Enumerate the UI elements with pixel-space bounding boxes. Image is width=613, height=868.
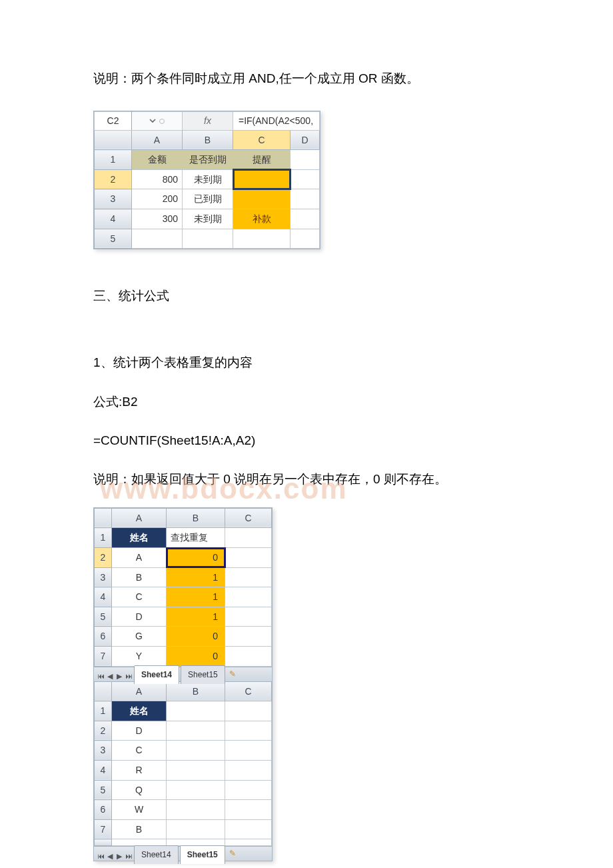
new-sheet-icon: ✎ xyxy=(229,667,236,682)
data-cell: 未到期 xyxy=(183,169,233,189)
row-number: 4 xyxy=(95,760,112,780)
row-number: 7 xyxy=(95,819,112,839)
excel-screenshot-if-and: C2 fx =IF(AND(A2<500, A B C D 1 金额 是否到期 … xyxy=(93,111,320,249)
section-3-1-note: 说明：如果返回值大于 0 说明在另一个表中存在，0 则不存在。 xyxy=(93,467,520,491)
nav-first-icon: ⏮ xyxy=(97,669,105,679)
row-7: 7 B xyxy=(95,819,272,839)
sheet-tabs-bottom: ⏮ ◀ ▶ ⏭ Sheet14 Sheet15 ✎ xyxy=(94,846,272,861)
nav-first-icon: ⏮ xyxy=(97,849,105,859)
data-cell xyxy=(225,741,272,761)
data-cell xyxy=(291,169,320,189)
col-header-b: B xyxy=(183,130,233,150)
data-cell xyxy=(225,646,272,666)
row-7: 7 Y 0 xyxy=(95,646,272,666)
row-number xyxy=(95,839,112,846)
row-2: 2 800 未到期 xyxy=(95,169,320,189)
row-number: 3 xyxy=(95,741,112,761)
row-number: 4 xyxy=(95,209,132,229)
data-cell xyxy=(225,701,272,721)
header-cell: 是否到期 xyxy=(183,150,233,170)
row-number: 1 xyxy=(95,528,112,548)
header-cell: 姓名 xyxy=(112,701,167,721)
data-cell xyxy=(167,741,225,761)
data-cell: 补款 xyxy=(233,209,291,229)
data-cell: 0 xyxy=(167,627,225,647)
name-box: C2 xyxy=(95,112,132,131)
data-cell xyxy=(132,229,183,249)
section-3-heading: 三、统计公式 xyxy=(93,284,520,308)
data-cell: 1 xyxy=(167,587,225,607)
data-cell: Q xyxy=(112,780,167,800)
header-cell: 姓名 xyxy=(112,528,167,548)
section-3-1-formula-label: 公式:B2 xyxy=(93,390,520,414)
row-5: 5 Q xyxy=(95,780,272,800)
data-cell: B xyxy=(112,819,167,839)
nav-last-icon: ⏭ xyxy=(125,669,133,679)
row-6: 6 G 0 xyxy=(95,627,272,647)
formula-bar: C2 fx =IF(AND(A2<500, xyxy=(95,112,320,131)
data-cell: 800 xyxy=(132,169,183,189)
tab-sheet14: Sheet14 xyxy=(134,845,179,864)
data-cell: B xyxy=(112,567,167,587)
data-cell xyxy=(225,548,272,568)
section-3-1-title: 1、统计两个表格重复的内容 xyxy=(93,351,520,375)
row-4: 4 R xyxy=(95,760,272,780)
row-number: 6 xyxy=(95,800,112,820)
sheet-tabs-top: ⏮ ◀ ▶ ⏭ Sheet14 Sheet15 ✎ xyxy=(94,667,272,681)
data-cell: 300 xyxy=(132,209,183,229)
tab-sheet15: Sheet15 xyxy=(180,845,225,864)
data-cell xyxy=(225,800,272,820)
nav-next-icon: ▶ xyxy=(115,849,123,859)
data-cell xyxy=(167,760,225,780)
row-3: 3 B 1 xyxy=(95,567,272,587)
data-cell xyxy=(167,819,225,839)
selected-cell: 0 xyxy=(167,548,225,568)
data-cell: C xyxy=(112,741,167,761)
corner-cell xyxy=(95,130,132,150)
col-header-c: C xyxy=(233,130,291,150)
data-cell: 1 xyxy=(167,607,225,627)
data-cell xyxy=(225,780,272,800)
corner-cell xyxy=(95,681,112,701)
data-cell xyxy=(225,567,272,587)
row-4: 4 C 1 xyxy=(95,587,272,607)
row-number: 4 xyxy=(95,587,112,607)
row-number: 2 xyxy=(95,548,112,568)
data-cell: R xyxy=(112,760,167,780)
data-cell: D xyxy=(112,607,167,627)
col-header-d: D xyxy=(291,130,320,150)
row-2: 2 A 0 xyxy=(95,548,272,568)
header-cell: 金额 xyxy=(132,150,183,170)
row-number: 3 xyxy=(95,189,132,209)
column-headers: A B C xyxy=(95,508,272,528)
data-cell xyxy=(225,839,272,846)
row-number: 6 xyxy=(95,627,112,647)
data-cell xyxy=(291,189,320,209)
data-cell xyxy=(225,819,272,839)
column-headers: A B C D xyxy=(95,130,320,150)
data-cell xyxy=(167,701,225,721)
data-cell xyxy=(225,627,272,647)
tab-sheet15: Sheet15 xyxy=(181,665,225,684)
paragraph-note-and-or: 说明：两个条件同时成立用 AND,任一个成立用 OR 函数。 xyxy=(93,67,520,91)
data-cell xyxy=(167,721,225,741)
data-cell xyxy=(233,229,291,249)
section-3-1-formula: =COUNTIF(Sheet15!A:A,A2) xyxy=(93,429,520,453)
row-3: 3 200 已到期 xyxy=(95,189,320,209)
row-5: 5 xyxy=(95,229,320,249)
data-cell xyxy=(183,229,233,249)
cancel-icon xyxy=(159,119,165,124)
row-6: 6 W xyxy=(95,800,272,820)
data-cell: A xyxy=(112,548,167,568)
col-header-a: A xyxy=(112,508,167,528)
col-header-a: A xyxy=(112,681,167,701)
data-cell xyxy=(291,209,320,229)
row-number: 1 xyxy=(95,701,112,721)
data-cell: 未到期 xyxy=(183,209,233,229)
data-cell: C xyxy=(112,587,167,607)
tab-sheet14: Sheet14 xyxy=(134,665,179,684)
row-4: 4 300 未到期 补款 xyxy=(95,209,320,229)
data-cell xyxy=(167,800,225,820)
row-1: 1 姓名 xyxy=(95,701,272,721)
header-cell: 查找重复 xyxy=(167,528,225,548)
